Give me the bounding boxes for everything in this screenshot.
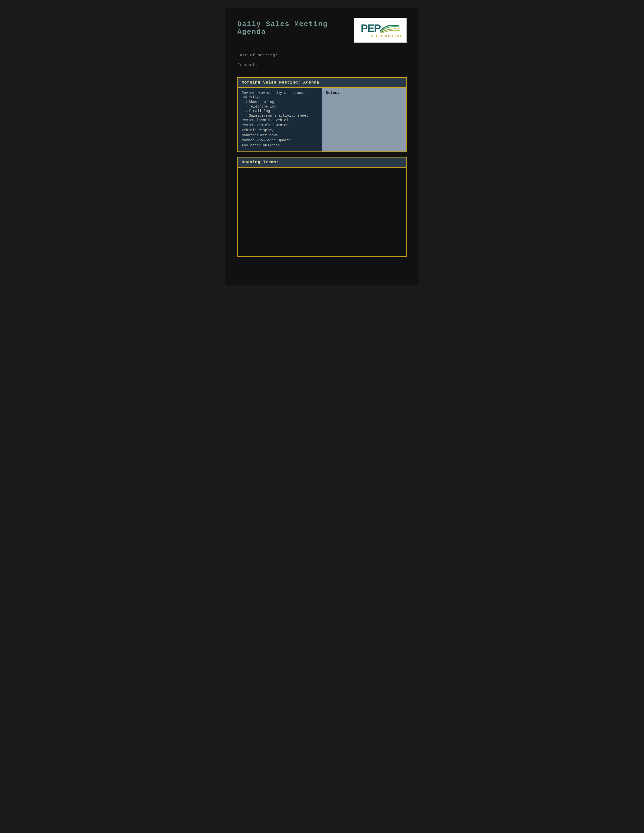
header: Daily Sales Meeting Agenda PEP AUTOMOTIV… bbox=[237, 18, 407, 43]
logo-swoosh-icon bbox=[380, 24, 400, 33]
present-label: Present: bbox=[237, 63, 258, 67]
ongoing-header: Ongoing Items: bbox=[238, 158, 406, 167]
agenda-item-market: Market knowledge update bbox=[242, 138, 318, 142]
agenda-item-wanted: Review vehicles wanted bbox=[242, 123, 318, 127]
present-field: Present: bbox=[237, 63, 407, 67]
agenda-sub-email: » E-mail log bbox=[245, 109, 318, 113]
bullet-3: » bbox=[245, 109, 247, 113]
agenda-item-other: Any other business bbox=[242, 143, 318, 148]
agenda-intro: Review previous day's business activity: bbox=[242, 91, 318, 99]
bottom-border bbox=[237, 256, 407, 257]
meta-section: Date of Meeting: Present: bbox=[237, 53, 407, 67]
bullet-2: » bbox=[245, 105, 247, 109]
bullet-1: » bbox=[245, 100, 247, 104]
date-label: Date of Meeting: bbox=[237, 53, 278, 58]
agenda-item-display: Vehicle display bbox=[242, 128, 318, 132]
agenda-left-cell: Review previous day's business activity:… bbox=[238, 88, 322, 152]
ongoing-body bbox=[238, 167, 406, 256]
morning-agenda-table: Morning Sales Meeting: Agenda Review pre… bbox=[237, 77, 407, 152]
logo: PEP AUTOMOTIVE bbox=[354, 18, 407, 43]
page: Daily Sales Meeting Agenda PEP AUTOMOTIV… bbox=[225, 8, 419, 285]
notes-label: Notes: bbox=[326, 91, 402, 95]
logo-pep-text: PEP bbox=[361, 23, 380, 34]
page-title: Daily Sales Meeting Agenda bbox=[237, 20, 354, 36]
agenda-item-manufacturer: Manufacturer news bbox=[242, 133, 318, 137]
agenda-sub-salesperson: » Salesperson's activity sheet bbox=[245, 114, 318, 117]
agenda-notes-cell: Notes: bbox=[322, 88, 406, 152]
bullet-4: » bbox=[245, 114, 247, 117]
agenda-sub-telephone: » Telephone log bbox=[245, 105, 318, 109]
date-field: Date of Meeting: bbox=[237, 53, 407, 58]
logo-automotive-text: AUTOMOTIVE bbox=[357, 34, 403, 38]
agenda-sub-showroom: » Showroom log bbox=[245, 100, 318, 104]
page-title-container: Daily Sales Meeting Agenda bbox=[237, 18, 354, 36]
ongoing-section: Ongoing Items: bbox=[237, 157, 407, 256]
agenda-item-incoming: Review incoming vehicles bbox=[242, 118, 318, 122]
logo-pep-row: PEP bbox=[361, 23, 399, 34]
morning-agenda-header: Morning Sales Meeting: Agenda bbox=[238, 77, 406, 88]
